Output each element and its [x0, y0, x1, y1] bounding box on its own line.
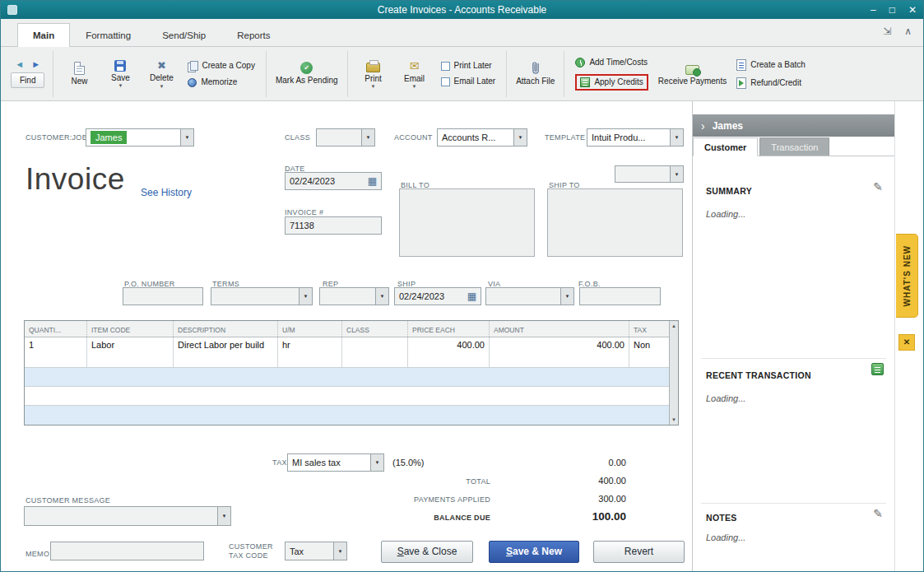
balance-due-label: BALANCE DUE	[355, 514, 490, 522]
bill-to-box[interactable]	[399, 188, 535, 257]
expand-window-icon[interactable]: ⇲	[883, 26, 891, 37]
fob-field[interactable]	[579, 287, 661, 305]
apply-credits-button[interactable]: Apply Credits	[575, 74, 648, 91]
save-and-close-button[interactable]: Save & Close	[381, 541, 473, 563]
scroll-down-icon[interactable]: ▼	[671, 417, 676, 422]
attach-file-button[interactable]: Attach File	[514, 59, 556, 88]
table-scrollbar[interactable]: ▲ ▼	[669, 321, 678, 425]
cell-um[interactable]: hr	[277, 337, 341, 367]
column-tax: TAX	[629, 321, 669, 337]
po-number-field[interactable]	[123, 287, 203, 305]
find-label: Find	[11, 72, 44, 88]
window-controls: – □ ✕	[871, 5, 917, 15]
template-dropdown[interactable]: Intuit Produ... ▼	[587, 128, 684, 146]
customer-tax-code-dropdown[interactable]: Tax ▼	[285, 542, 347, 560]
chevron-down-icon: ▼	[513, 129, 527, 146]
whats-new-close-button[interactable]: ✕	[898, 334, 915, 351]
customer-panel-tabs: Customer Transaction	[693, 137, 894, 156]
chevron-right-icon: ›	[701, 119, 705, 133]
add-time-costs-button[interactable]: Add Time/Costs	[575, 58, 648, 67]
see-history-link[interactable]: See History	[141, 187, 192, 198]
chevron-down-icon: ▼	[560, 288, 573, 305]
tax-dropdown[interactable]: MI sales tax ▼	[287, 453, 384, 472]
save-and-new-button[interactable]: Save & New	[489, 541, 579, 563]
via-dropdown[interactable]: ▼	[485, 287, 574, 305]
save-label: Save	[111, 73, 130, 83]
item-row[interactable]: 1 Labor Direct Labor per build hr 400.00…	[25, 337, 669, 368]
invoice-number-field[interactable]: 71138	[285, 216, 382, 235]
minimize-button[interactable]: –	[871, 5, 876, 15]
delete-button[interactable]: ✖ Delete ▼	[143, 58, 179, 90]
rep-dropdown[interactable]: ▼	[319, 287, 389, 305]
print-button[interactable]: Print ▼	[355, 58, 392, 91]
customer-job-dropdown[interactable]: James ▼	[86, 128, 194, 146]
create-a-copy-button[interactable]: Create a Copy	[188, 61, 254, 72]
revert-button[interactable]: Revert	[593, 541, 685, 563]
print-later-checkbox[interactable]: Print Later	[441, 62, 492, 71]
app-window-icon	[7, 5, 17, 15]
ship-date-field[interactable]: 02/24/2023 ▦	[394, 287, 481, 305]
create-a-batch-button[interactable]: Create a Batch	[736, 59, 806, 71]
transaction-report-icon[interactable]	[871, 363, 884, 375]
column-quantity: QUANTI...	[25, 321, 86, 337]
cell-description[interactable]: Direct Labor per build	[173, 337, 277, 367]
ship-to-box[interactable]	[547, 188, 683, 257]
divider	[701, 503, 886, 504]
edit-notes-pencil-icon[interactable]: ✎	[873, 507, 883, 520]
maximize-button[interactable]: □	[889, 5, 895, 15]
tab-formatting[interactable]: Formatting	[70, 23, 146, 46]
mark-as-pending-button[interactable]: ✔ Mark As Pending	[274, 60, 340, 87]
collapse-ribbon-icon[interactable]: ∧	[904, 26, 912, 37]
account-dropdown[interactable]: Accounts R... ▼	[437, 128, 527, 146]
tab-send-ship[interactable]: Send/Ship	[146, 23, 221, 46]
cell-tax[interactable]: Non	[629, 337, 669, 367]
empty-item-row[interactable]	[25, 368, 669, 387]
print-later-label: Print Later	[454, 62, 492, 70]
window-title: Create Invoices - Accounts Receivable	[1, 4, 923, 16]
cell-amount[interactable]: 400.00	[489, 337, 629, 367]
receive-payments-button[interactable]: Receive Payments	[657, 60, 728, 88]
email-button[interactable]: ✉ Email ▼	[397, 58, 433, 91]
recent-transaction-label: RECENT TRANSACTION	[706, 370, 811, 380]
apply-credits-label: Apply Credits	[594, 78, 643, 86]
cell-item-code[interactable]: Labor	[86, 337, 173, 367]
terms-dropdown[interactable]: ▼	[211, 287, 313, 305]
email-later-checkbox[interactable]: Email Later	[441, 77, 496, 86]
previous-record-icon[interactable]: ◄	[15, 60, 24, 69]
whats-new-tab[interactable]: WHAT'S NEW	[896, 234, 918, 318]
close-button[interactable]: ✕	[908, 5, 917, 15]
refund-credit-button[interactable]: Refund/Credit	[736, 77, 801, 89]
scroll-up-icon[interactable]: ▲	[671, 323, 676, 328]
tab-main[interactable]: Main	[17, 23, 70, 47]
memorize-button[interactable]: Memorize	[188, 78, 237, 87]
memo-field[interactable]	[50, 542, 204, 560]
empty-item-row[interactable]	[25, 387, 669, 406]
find-button[interactable]: ◄ ► Find	[7, 58, 48, 90]
column-description: DESCRIPTION	[173, 321, 277, 337]
main-content: CUSTOMER:JOB James ▼ CLASS ▼ ACCOUNT Acc…	[1, 101, 923, 571]
ship-to-dropdown[interactable]: ▼	[615, 165, 684, 183]
create-a-batch-label: Create a Batch	[750, 61, 806, 69]
total-label: TOTAL	[355, 477, 490, 486]
new-button[interactable]: New	[61, 60, 97, 88]
calendar-icon[interactable]: ▦	[368, 176, 377, 186]
checkbox-icon	[441, 77, 450, 86]
date-field[interactable]: 02/24/2023 ▦	[285, 172, 382, 190]
next-record-icon[interactable]: ►	[31, 60, 40, 69]
customer-message-dropdown[interactable]: ▼	[24, 506, 231, 526]
edit-pencil-icon[interactable]: ✎	[873, 180, 883, 193]
empty-item-row[interactable]	[25, 406, 669, 425]
cell-class[interactable]	[341, 337, 407, 367]
tab-transaction[interactable]: Transaction	[759, 137, 829, 156]
calendar-icon[interactable]: ▦	[467, 291, 476, 301]
class-dropdown[interactable]: ▼	[316, 128, 375, 146]
customer-name: James	[713, 120, 743, 132]
tab-reports[interactable]: Reports	[221, 23, 286, 46]
invoice-form: CUSTOMER:JOB James ▼ CLASS ▼ ACCOUNT Acc…	[1, 101, 692, 571]
tab-customer[interactable]: Customer	[693, 137, 758, 156]
cell-quantity[interactable]: 1	[25, 337, 86, 367]
cell-price-each[interactable]: 400.00	[407, 337, 489, 367]
customer-panel-header[interactable]: › James	[693, 114, 894, 137]
save-button[interactable]: Save ▼	[102, 58, 138, 90]
ship-date-value: 02/24/2023	[399, 291, 444, 301]
